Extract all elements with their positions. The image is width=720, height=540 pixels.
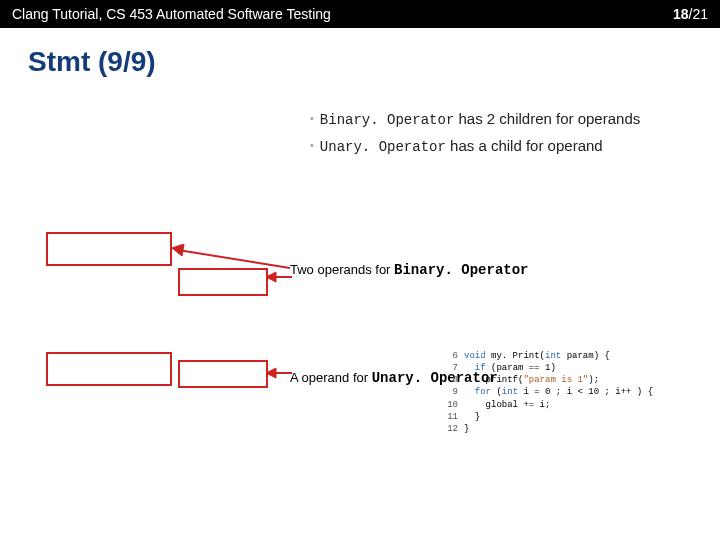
- bullet-list: • Binary. Operator has 2 children for op…: [310, 108, 720, 157]
- code-block: 6void my. Print(int param) { 7 if (param…: [440, 350, 653, 435]
- header-title: Clang Tutorial, CS 453 Automated Softwar…: [12, 6, 673, 22]
- bullet-2-class: Unary. Operator: [320, 139, 446, 155]
- bullet-2-text: has a child for operand: [446, 137, 603, 154]
- header-page-total: /21: [689, 6, 708, 22]
- label-one-a: A operand for: [290, 370, 372, 385]
- label-two-operands: Two operands for Binary. Operator: [290, 262, 528, 278]
- slide-title: Stmt (9/9): [0, 28, 720, 88]
- slide-header: Clang Tutorial, CS 453 Automated Softwar…: [0, 0, 720, 28]
- label-two-b: Binary. Operator: [394, 262, 528, 278]
- code-line: 10 global += i;: [440, 399, 653, 411]
- code-line: 6void my. Print(int param) {: [440, 350, 653, 362]
- highlight-box: [46, 232, 172, 266]
- code-line: 9 for (int i = 0 ; i < 10 ; i++ ) {: [440, 386, 653, 398]
- svg-marker-5: [266, 368, 276, 378]
- bullet-1: • Binary. Operator has 2 children for op…: [310, 108, 720, 131]
- code-line: 8 printf("param is 1");: [440, 374, 653, 386]
- bullet-dot-icon: •: [310, 139, 314, 151]
- bullet-1-class: Binary. Operator: [320, 112, 454, 128]
- code-line: 7 if (param == 1): [440, 362, 653, 374]
- highlight-box: [178, 268, 268, 296]
- header-page-num: 18: [673, 6, 689, 22]
- svg-marker-1: [172, 244, 184, 256]
- code-line: 12}: [440, 423, 653, 435]
- bullet-1-text: has 2 children for operands: [454, 110, 640, 127]
- bullet-dot-icon: •: [310, 112, 314, 124]
- arrow-icon: [266, 366, 294, 380]
- arrow-icon: [172, 244, 292, 272]
- bullet-2: • Unary. Operator has a child for operan…: [310, 135, 720, 158]
- arrow-icon: [266, 270, 294, 284]
- label-two-a: Two operands for: [290, 262, 394, 277]
- code-line: 11 }: [440, 411, 653, 423]
- highlight-box: [178, 360, 268, 388]
- svg-line-0: [178, 250, 290, 268]
- svg-marker-3: [266, 272, 276, 282]
- highlight-box: [46, 352, 172, 386]
